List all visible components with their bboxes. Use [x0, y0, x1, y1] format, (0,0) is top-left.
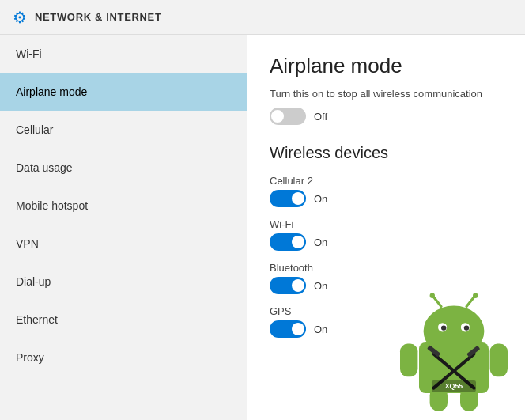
bluetooth-toggle[interactable] [270, 277, 306, 294]
svg-rect-10 [400, 344, 417, 377]
sidebar-item-mobilehotspot[interactable]: Mobile hotspot [0, 187, 247, 225]
sidebar-label-proxy: Proxy [16, 351, 44, 364]
toggle-track [270, 277, 306, 294]
settings-icon: ⚙ [13, 8, 27, 27]
sidebar-label-vpn: VPN [16, 237, 39, 250]
svg-line-7 [466, 297, 474, 306]
sidebar-label-datausage: Data usage [16, 161, 73, 174]
device-row-wifi: Wi-Fi On [270, 218, 503, 251]
sidebar-item-datausage[interactable]: Data usage [0, 149, 247, 187]
toggle-thumb [271, 110, 284, 123]
bluetooth-toggle-label: On [314, 280, 327, 292]
airplane-toggle-row: Off [270, 108, 503, 125]
device-name-wifi: Wi-Fi [270, 218, 503, 230]
sidebar-item-proxy[interactable]: Proxy [0, 339, 247, 376]
android-mascot: XQ55 [391, 286, 517, 412]
main-layout: Wi-Fi Airplane mode Cellular Data usage … [0, 35, 525, 420]
content-area: Airplane mode Turn this on to stop all w… [247, 35, 525, 420]
sidebar-label-wifi: Wi-Fi [16, 47, 42, 60]
cellular2-toggle[interactable] [270, 190, 306, 207]
svg-point-9 [473, 293, 478, 298]
cellular2-toggle-row: On [270, 190, 503, 207]
sidebar-item-dialup[interactable]: Dial-up [0, 263, 247, 301]
toggle-thumb [292, 323, 304, 335]
svg-rect-11 [490, 344, 508, 377]
airplane-description: Turn this on to stop all wireless commun… [270, 88, 503, 100]
toggle-thumb [292, 192, 304, 205]
header-title: NETWORK & INTERNET [35, 11, 161, 23]
sidebar-item-vpn[interactable]: VPN [0, 225, 247, 263]
sidebar-item-airplane[interactable]: Airplane mode [0, 73, 247, 111]
wifi-toggle-row: On [270, 233, 503, 251]
sidebar: Wi-Fi Airplane mode Cellular Data usage … [0, 35, 247, 420]
device-name-cellular2: Cellular 2 [270, 175, 503, 187]
cellular2-toggle-label: On [314, 193, 327, 205]
sidebar-item-cellular[interactable]: Cellular [0, 111, 247, 149]
header: ⚙ NETWORK & INTERNET [0, 0, 525, 35]
svg-text:XQ55: XQ55 [445, 382, 463, 390]
wireless-section-title: Wireless devices [270, 144, 503, 162]
page-title: Airplane mode [270, 54, 503, 78]
svg-line-6 [433, 297, 441, 306]
sidebar-label-mobilehotspot: Mobile hotspot [16, 199, 88, 212]
gps-toggle[interactable] [270, 320, 306, 338]
toggle-track [270, 108, 306, 125]
toggle-thumb [292, 236, 304, 248]
wifi-toggle-label: On [314, 236, 327, 248]
sidebar-label-dialup: Dial-up [16, 275, 51, 288]
gps-toggle-label: On [314, 324, 327, 335]
sidebar-label-ethernet: Ethernet [16, 313, 58, 326]
svg-point-8 [430, 293, 435, 298]
svg-point-5 [464, 325, 469, 330]
toggle-track [270, 233, 306, 251]
airplane-toggle-label: Off [314, 111, 327, 123]
svg-point-4 [441, 325, 446, 330]
device-name-bluetooth: Bluetooth [270, 262, 503, 274]
toggle-track [270, 320, 306, 338]
sidebar-label-cellular: Cellular [16, 123, 53, 136]
device-row-cellular2: Cellular 2 On [270, 175, 503, 207]
airplane-toggle[interactable] [270, 108, 306, 125]
wifi-toggle[interactable] [270, 233, 306, 251]
toggle-thumb [292, 279, 304, 292]
sidebar-label-airplane: Airplane mode [16, 85, 87, 98]
sidebar-item-ethernet[interactable]: Ethernet [0, 301, 247, 339]
toggle-track [270, 190, 306, 207]
sidebar-item-wifi[interactable]: Wi-Fi [0, 35, 247, 73]
